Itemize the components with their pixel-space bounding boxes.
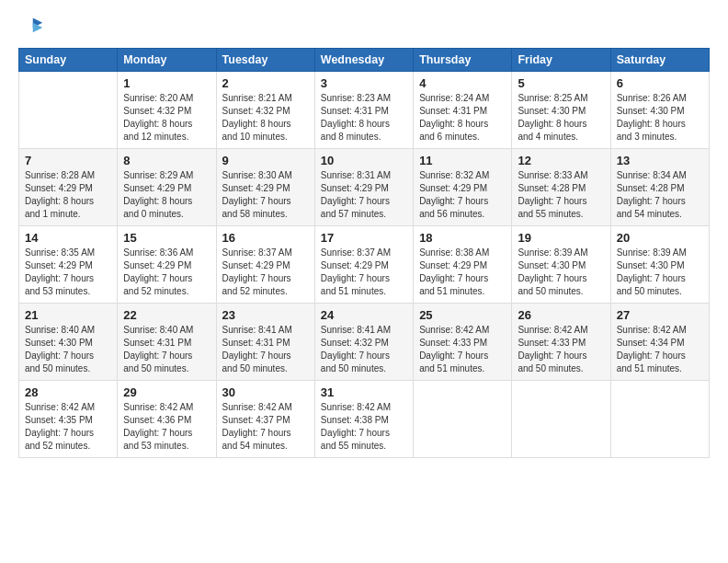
day-cell: 17Sunrise: 8:37 AMSunset: 4:29 PMDayligh… xyxy=(314,226,413,304)
day-number: 11 xyxy=(419,154,506,167)
day-info: Sunrise: 8:35 AMSunset: 4:29 PMDaylight:… xyxy=(25,247,111,298)
day-number: 2 xyxy=(222,76,309,90)
day-cell: 12Sunrise: 8:33 AMSunset: 4:28 PMDayligh… xyxy=(512,149,610,226)
day-number: 28 xyxy=(25,385,111,399)
header-day-sunday: Sunday xyxy=(19,49,118,72)
day-number: 15 xyxy=(123,231,210,245)
day-number: 3 xyxy=(321,76,407,90)
day-info: Sunrise: 8:39 AMSunset: 4:30 PMDaylight:… xyxy=(617,247,703,298)
day-cell: 14Sunrise: 8:35 AMSunset: 4:29 PMDayligh… xyxy=(19,226,118,304)
day-number: 10 xyxy=(321,154,407,167)
day-number: 20 xyxy=(617,231,703,245)
header-row: SundayMondayTuesdayWednesdayThursdayFrid… xyxy=(19,49,710,72)
day-info: Sunrise: 8:36 AMSunset: 4:29 PMDaylight:… xyxy=(123,247,210,298)
day-info: Sunrise: 8:21 AMSunset: 4:32 PMDaylight:… xyxy=(222,92,309,144)
logo-icon xyxy=(18,15,44,40)
calendar-table: SundayMondayTuesdayWednesdayThursdayFrid… xyxy=(18,48,710,458)
day-number: 12 xyxy=(518,154,604,167)
day-info: Sunrise: 8:37 AMSunset: 4:29 PMDaylight:… xyxy=(222,247,309,298)
day-number: 13 xyxy=(617,154,703,167)
day-number: 17 xyxy=(321,231,407,245)
header-day-wednesday: Wednesday xyxy=(314,49,413,72)
day-number: 27 xyxy=(617,308,703,322)
day-cell: 25Sunrise: 8:42 AMSunset: 4:33 PMDayligh… xyxy=(414,304,512,381)
day-cell: 24Sunrise: 8:41 AMSunset: 4:32 PMDayligh… xyxy=(314,304,413,381)
day-cell: 2Sunrise: 8:21 AMSunset: 4:32 PMDaylight… xyxy=(216,72,314,149)
header-day-monday: Monday xyxy=(118,49,216,72)
day-number: 22 xyxy=(123,308,210,322)
day-number: 19 xyxy=(518,231,604,245)
day-info: Sunrise: 8:42 AMSunset: 4:34 PMDaylight:… xyxy=(617,324,703,375)
day-info: Sunrise: 8:42 AMSunset: 4:38 PMDaylight:… xyxy=(321,401,407,453)
day-info: Sunrise: 8:28 AMSunset: 4:29 PMDaylight:… xyxy=(25,169,111,221)
day-number: 21 xyxy=(25,308,111,322)
day-number: 16 xyxy=(222,231,309,245)
day-info: Sunrise: 8:38 AMSunset: 4:29 PMDaylight:… xyxy=(419,247,506,298)
week-row-3: 21Sunrise: 8:40 AMSunset: 4:30 PMDayligh… xyxy=(19,304,710,381)
day-info: Sunrise: 8:42 AMSunset: 4:35 PMDaylight:… xyxy=(25,401,111,453)
day-cell: 16Sunrise: 8:37 AMSunset: 4:29 PMDayligh… xyxy=(216,226,314,304)
day-info: Sunrise: 8:25 AMSunset: 4:30 PMDaylight:… xyxy=(518,92,604,144)
day-cell: 13Sunrise: 8:34 AMSunset: 4:28 PMDayligh… xyxy=(610,149,709,226)
day-cell: 15Sunrise: 8:36 AMSunset: 4:29 PMDayligh… xyxy=(118,226,216,304)
week-row-0: 1Sunrise: 8:20 AMSunset: 4:32 PMDaylight… xyxy=(19,72,710,149)
day-info: Sunrise: 8:42 AMSunset: 4:33 PMDaylight:… xyxy=(419,324,506,375)
day-info: Sunrise: 8:42 AMSunset: 4:37 PMDaylight:… xyxy=(222,401,309,453)
day-info: Sunrise: 8:40 AMSunset: 4:30 PMDaylight:… xyxy=(25,324,111,375)
day-cell: 26Sunrise: 8:42 AMSunset: 4:33 PMDayligh… xyxy=(512,304,610,381)
calendar-body: 1Sunrise: 8:20 AMSunset: 4:32 PMDaylight… xyxy=(19,72,710,458)
header-day-saturday: Saturday xyxy=(610,49,709,72)
header-day-friday: Friday xyxy=(512,49,610,72)
day-cell: 7Sunrise: 8:28 AMSunset: 4:29 PMDaylight… xyxy=(19,149,118,226)
day-cell: 28Sunrise: 8:42 AMSunset: 4:35 PMDayligh… xyxy=(19,381,118,458)
day-number: 24 xyxy=(321,308,407,322)
day-info: Sunrise: 8:32 AMSunset: 4:29 PMDaylight:… xyxy=(419,169,506,221)
day-cell: 5Sunrise: 8:25 AMSunset: 4:30 PMDaylight… xyxy=(512,72,610,149)
day-number: 4 xyxy=(419,76,506,90)
header xyxy=(18,15,710,40)
day-number: 29 xyxy=(123,385,210,399)
day-cell: 23Sunrise: 8:41 AMSunset: 4:31 PMDayligh… xyxy=(216,304,314,381)
day-number: 14 xyxy=(25,231,111,245)
day-cell: 9Sunrise: 8:30 AMSunset: 4:29 PMDaylight… xyxy=(216,149,314,226)
day-number: 1 xyxy=(123,76,210,90)
day-cell xyxy=(610,381,709,458)
day-cell: 1Sunrise: 8:20 AMSunset: 4:32 PMDaylight… xyxy=(118,72,216,149)
week-row-4: 28Sunrise: 8:42 AMSunset: 4:35 PMDayligh… xyxy=(19,381,710,458)
day-cell xyxy=(512,381,610,458)
day-info: Sunrise: 8:24 AMSunset: 4:31 PMDaylight:… xyxy=(419,92,506,144)
day-cell: 8Sunrise: 8:29 AMSunset: 4:29 PMDaylight… xyxy=(118,149,216,226)
day-cell: 18Sunrise: 8:38 AMSunset: 4:29 PMDayligh… xyxy=(414,226,512,304)
day-cell xyxy=(414,381,512,458)
day-number: 31 xyxy=(321,385,407,399)
day-info: Sunrise: 8:26 AMSunset: 4:30 PMDaylight:… xyxy=(617,92,703,144)
week-row-1: 7Sunrise: 8:28 AMSunset: 4:29 PMDaylight… xyxy=(19,149,710,226)
day-info: Sunrise: 8:34 AMSunset: 4:28 PMDaylight:… xyxy=(617,169,703,221)
header-day-thursday: Thursday xyxy=(414,49,512,72)
day-info: Sunrise: 8:33 AMSunset: 4:28 PMDaylight:… xyxy=(518,169,604,221)
logo xyxy=(18,15,48,40)
calendar-header: SundayMondayTuesdayWednesdayThursdayFrid… xyxy=(19,49,710,72)
day-info: Sunrise: 8:42 AMSunset: 4:36 PMDaylight:… xyxy=(123,401,210,453)
day-number: 18 xyxy=(419,231,506,245)
header-day-tuesday: Tuesday xyxy=(216,49,314,72)
day-info: Sunrise: 8:41 AMSunset: 4:32 PMDaylight:… xyxy=(321,324,407,375)
day-info: Sunrise: 8:29 AMSunset: 4:29 PMDaylight:… xyxy=(123,169,210,221)
day-cell: 19Sunrise: 8:39 AMSunset: 4:30 PMDayligh… xyxy=(512,226,610,304)
day-cell: 27Sunrise: 8:42 AMSunset: 4:34 PMDayligh… xyxy=(610,304,709,381)
day-number: 9 xyxy=(222,154,309,167)
day-number: 6 xyxy=(617,76,703,90)
day-cell: 31Sunrise: 8:42 AMSunset: 4:38 PMDayligh… xyxy=(314,381,413,458)
day-info: Sunrise: 8:39 AMSunset: 4:30 PMDaylight:… xyxy=(518,247,604,298)
day-number: 30 xyxy=(222,385,309,399)
day-cell: 20Sunrise: 8:39 AMSunset: 4:30 PMDayligh… xyxy=(610,226,709,304)
day-cell: 29Sunrise: 8:42 AMSunset: 4:36 PMDayligh… xyxy=(118,381,216,458)
day-info: Sunrise: 8:42 AMSunset: 4:33 PMDaylight:… xyxy=(518,324,604,375)
day-cell xyxy=(19,72,118,149)
day-number: 5 xyxy=(518,76,604,90)
day-cell: 4Sunrise: 8:24 AMSunset: 4:31 PMDaylight… xyxy=(414,72,512,149)
day-info: Sunrise: 8:20 AMSunset: 4:32 PMDaylight:… xyxy=(123,92,210,144)
day-cell: 22Sunrise: 8:40 AMSunset: 4:31 PMDayligh… xyxy=(118,304,216,381)
page: SundayMondayTuesdayWednesdayThursdayFrid… xyxy=(0,0,728,563)
week-row-2: 14Sunrise: 8:35 AMSunset: 4:29 PMDayligh… xyxy=(19,226,710,304)
